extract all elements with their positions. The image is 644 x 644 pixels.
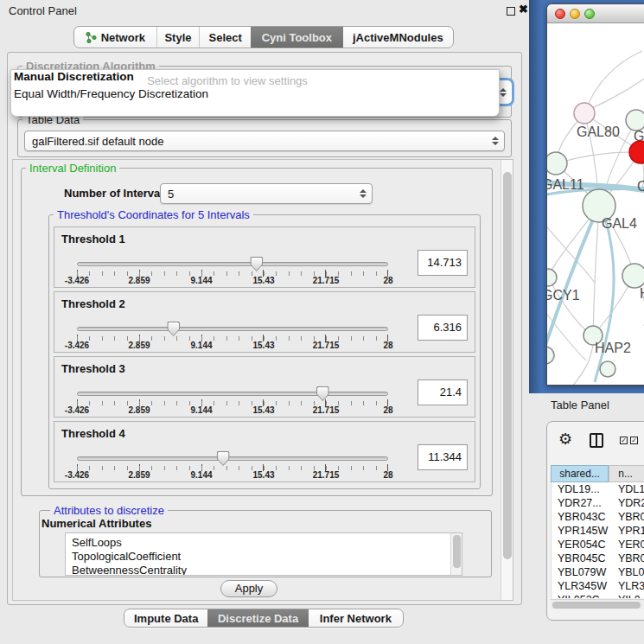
network-node[interactable] [547, 269, 557, 286]
network-node-label: HAP2 [595, 341, 631, 355]
network-node[interactable] [626, 110, 644, 131]
column-header[interactable]: shared... [551, 465, 609, 482]
threshold-value-field[interactable]: 21.4 [418, 379, 468, 405]
network-node[interactable] [547, 152, 567, 175]
table-row[interactable]: YBR045C YBR0... [552, 552, 644, 565]
tab[interactable]: Discretize Data [207, 609, 308, 627]
table-cell[interactable]: YIL052C [552, 593, 609, 598]
table-cell[interactable]: YBL0... [609, 565, 644, 579]
table-row[interactable]: YER054C YER0... [552, 538, 644, 552]
table-data-selected-value: galFiltered.sif default node [32, 135, 163, 148]
interval-definition-group-title: Interval Definition [26, 162, 119, 175]
table-cell[interactable]: YBR045C [552, 552, 609, 565]
bottom-tab-bar: Impute Data Discretize Data Infer Networ… [124, 609, 404, 628]
table-cell[interactable]: YDL1... [609, 482, 644, 496]
network-node[interactable] [629, 141, 644, 163]
tab-label: Discretize Data [218, 612, 298, 625]
slider-track[interactable] [77, 392, 388, 396]
slider-track[interactable] [77, 327, 388, 331]
thresholds-group-title: Threshold's Coordinates for 5 Intervals [54, 208, 253, 221]
table-cell[interactable]: YBL079W [552, 565, 609, 579]
table-cell[interactable]: YBR0... [609, 552, 644, 565]
network-node[interactable] [574, 103, 595, 124]
table-data-combobox[interactable]: galFiltered.sif default node [24, 131, 505, 151]
horizontal-scrollbar[interactable] [551, 599, 644, 609]
network-node[interactable] [600, 361, 615, 377]
table-cell[interactable]: YDL19... [552, 482, 609, 496]
checkbox-icon[interactable]: ✓ [620, 437, 628, 444]
table-cell[interactable]: YLR345W [552, 579, 609, 593]
float-window-icon[interactable] [507, 7, 515, 16]
table-row[interactable]: YBR043C YBR0... [552, 510, 644, 524]
minimize-traffic-light-icon[interactable] [570, 9, 580, 19]
dropdown-item-label: Equal Width/Frequency Discretization [14, 87, 208, 100]
tick-label: 21.715 [313, 341, 340, 350]
node-table: shared... n... YDL19... YDL1... YDR27...… [551, 465, 644, 598]
threshold-slider[interactable]: -3.4262.8599.14415.4321.71528 [77, 257, 388, 288]
attribute-list-item[interactable]: TopologicalCoefficient [66, 550, 462, 564]
table-cell[interactable]: YER054C [552, 538, 609, 552]
table-cell[interactable]: YLR3... [609, 579, 644, 593]
network-node-label: GCY1 [547, 288, 580, 303]
table-row[interactable]: YDR27... YDR2... [552, 496, 644, 510]
threshold-value-field[interactable]: 11.344 [418, 444, 468, 470]
scrollbar-thumb[interactable] [503, 172, 512, 559]
column-layout-icon[interactable] [590, 433, 603, 448]
table-cell[interactable]: YPR1... [609, 524, 644, 538]
table-row[interactable]: YLR345W YLR3... [552, 579, 644, 593]
network-canvas[interactable]: GAL80GACYGAL11GAL4GCY1HAHAP2 [547, 23, 644, 386]
table-cell[interactable]: YDR2... [609, 496, 644, 510]
tick-label: 15.43 [252, 405, 274, 415]
network-window-titlebar[interactable] [547, 4, 644, 23]
scrollbar-thumb[interactable] [552, 602, 641, 609]
slider-track[interactable] [77, 456, 388, 461]
gear-icon[interactable]: ⚙ [558, 431, 572, 447]
dropdown-item[interactable]: Manual Discretization [14, 70, 134, 83]
tab[interactable]: jActiveMNodules [343, 27, 453, 48]
network-canvas-svg: GAL80GACYGAL11GAL4GCY1HAHAP2 [547, 23, 644, 386]
threshold-value-field[interactable]: 14.713 [418, 250, 468, 276]
tab[interactable]: Impute Data [124, 609, 207, 627]
slider-track[interactable] [77, 262, 388, 266]
table-cell[interactable]: YBR043C [552, 510, 609, 524]
attributes-list-scrollbar[interactable] [450, 533, 462, 575]
checkbox-icon[interactable]: ✓ [630, 437, 638, 444]
scrollbar-thumb[interactable] [453, 535, 461, 568]
threshold-value-field[interactable]: 6.316 [418, 315, 468, 341]
network-view-window: GAL80GACYGAL11GAL4GCY1HAHAP2 [546, 3, 644, 386]
zoom-traffic-light-icon[interactable] [584, 9, 595, 19]
dropdown-item[interactable]: Equal Width/Frequency Discretization [14, 87, 208, 100]
tab[interactable]: Network [74, 27, 156, 48]
table-cell[interactable]: YIL0... [609, 593, 644, 598]
number-of-intervals-combobox[interactable]: 5 [160, 183, 373, 204]
tick-label: 28 [383, 341, 392, 350]
tab[interactable]: Style [156, 27, 200, 48]
tab[interactable]: Select [199, 27, 251, 48]
threshold-slider[interactable]: -3.4262.8599.14415.4321.71528 [77, 386, 388, 418]
threshold-slider[interactable]: -3.4262.8599.14415.4321.71528 [77, 451, 388, 482]
network-node[interactable] [547, 347, 554, 364]
network-node-label: HA [640, 286, 644, 301]
table-cell[interactable]: YPR145W [552, 524, 609, 538]
column-header[interactable]: n... [609, 465, 644, 482]
table-cell[interactable]: YBR0... [609, 510, 644, 524]
table-cell[interactable]: YER0... [609, 538, 644, 552]
table-row[interactable]: YDL19... YDL1... [552, 482, 644, 496]
table-row[interactable]: YPR145W YPR1... [552, 524, 644, 538]
close-traffic-light-icon[interactable] [555, 9, 565, 19]
apply-button[interactable]: Apply [220, 580, 277, 597]
tab-label: Network [101, 31, 145, 44]
close-icon[interactable]: ✖ [519, 3, 528, 16]
table-row[interactable]: YIL052C YIL0... [552, 593, 644, 598]
attribute-list-item[interactable]: BetweennessCentrality [66, 564, 462, 576]
table-row[interactable]: YBL079W YBL0... [552, 565, 644, 579]
table-cell[interactable]: YDR27... [552, 496, 609, 510]
attribute-list-item[interactable]: SelfLoops [66, 536, 462, 550]
tab[interactable]: Infer Network [309, 609, 403, 627]
network-node[interactable] [622, 264, 644, 288]
checkbox-toolbar: ✓ ✓ [620, 437, 638, 444]
vertical-scrollbar[interactable] [501, 160, 513, 600]
network-node-label: GAL11 [547, 177, 584, 192]
threshold-slider[interactable]: -3.4262.8599.14415.4321.71528 [77, 322, 388, 353]
tab[interactable]: Cyni Toolbox [251, 27, 343, 48]
